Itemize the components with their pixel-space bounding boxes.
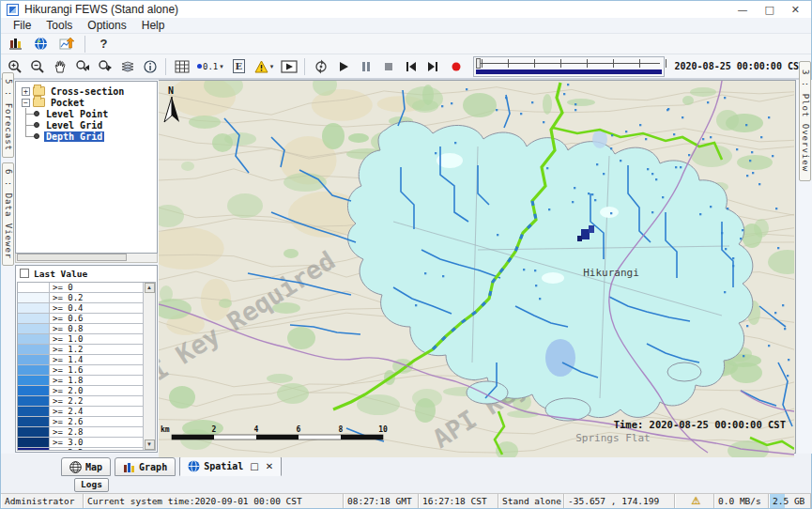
status-transfer-rate: 0.0 MB/s	[714, 494, 769, 508]
tab-graph[interactable]: Graph	[115, 457, 176, 476]
scroll-up-icon[interactable]: ▲	[145, 283, 155, 293]
legend-class-label: >= 1.8	[50, 376, 143, 385]
legend-rows: >= 0>= 0.2>= 0.4>= 0.6>= 0.8>= 1.0>= 1.2…	[18, 283, 143, 450]
logs-row: Logs	[1, 476, 811, 493]
globe-icon	[69, 461, 82, 473]
right-tab-strip: 3 : Plot Overview	[796, 80, 812, 454]
map-time-label: Time: 2020-08-25 00:00:00 CST	[614, 419, 786, 430]
main-toolbar: ?	[1, 34, 811, 54]
warning-threshold-dropdown[interactable]: ▾	[251, 56, 278, 76]
tree-horizontal-scrollbar[interactable]	[15, 254, 158, 263]
legend-row: >= 3.2	[18, 448, 143, 450]
legend-color-swatch	[18, 438, 50, 447]
close-button[interactable]: ✕	[791, 5, 800, 15]
step-forward-icon[interactable]	[422, 56, 444, 76]
timeseries-chart-icon[interactable]	[55, 34, 77, 54]
legend-color-swatch	[18, 365, 50, 375]
collapse-icon[interactable]: −	[22, 99, 30, 107]
legend-class-label: >= 1.6	[50, 365, 143, 375]
menu-bar: File Tools Options Help	[1, 18, 811, 34]
map-toolbar: 0.1 ▾ E ▾	[1, 54, 811, 80]
menu-tools[interactable]: Tools	[39, 18, 79, 33]
logs-button[interactable]: Logs	[74, 478, 109, 492]
status-warning-cell[interactable]: ⚠	[675, 494, 714, 508]
legend-row: >= 0	[18, 283, 143, 293]
stop-icon[interactable]	[377, 56, 399, 76]
left-tab-strip: 5 : Forecast 6 : Data Viewer	[1, 80, 14, 454]
tree-item-label[interactable]: Cross-section	[49, 86, 126, 97]
app-logo-icon	[7, 4, 19, 16]
time-slider[interactable]	[473, 56, 664, 77]
expand-icon[interactable]: +	[22, 87, 30, 96]
legend-color-swatch	[18, 355, 50, 364]
map-canvas[interactable]: API Key Required API Key Required	[159, 80, 796, 454]
legend-color-swatch	[18, 324, 50, 333]
tab-close-icon[interactable]: ✕	[266, 461, 273, 471]
movie-export-icon[interactable]	[278, 56, 299, 76]
pause-icon[interactable]	[355, 56, 376, 76]
menu-help[interactable]: Help	[135, 18, 172, 33]
tab-plot-overview[interactable]: 3 : Plot Overview	[799, 61, 811, 181]
time-slider-tick	[482, 59, 483, 68]
legend-row: >= 0.4	[18, 303, 143, 314]
globe-map-icon[interactable]	[30, 34, 52, 54]
tab-map[interactable]: Map	[61, 457, 111, 476]
minimize-button[interactable]: —	[737, 5, 747, 15]
layers-icon[interactable]	[116, 56, 138, 76]
legend-scrollbar[interactable]: ▲ ▼	[143, 283, 155, 450]
tab-spatial[interactable]: Spatial □ ✕	[179, 455, 282, 476]
record-icon[interactable]	[445, 56, 467, 76]
help-icon[interactable]: ?	[93, 34, 115, 54]
time-slider-tick	[508, 59, 509, 68]
legend-class-label: >= 2.8	[50, 427, 143, 437]
app-window: Hikurangi FEWS (Stand alone) — □ ✕ File …	[0, 0, 812, 509]
animation-loop-icon[interactable]	[310, 56, 331, 76]
tab-maximize-icon[interactable]: □	[250, 461, 258, 471]
time-slider-tick	[560, 59, 561, 68]
layer-bullet-icon	[34, 122, 39, 128]
tree-folder-row[interactable]: −Pocket	[16, 97, 157, 108]
menu-file[interactable]: File	[7, 18, 38, 33]
database-icon[interactable]	[5, 34, 26, 54]
legend-row: >= 2.2	[18, 396, 143, 407]
status-gmt-time: 08:27:18 GMT	[344, 494, 419, 508]
maximize-button[interactable]: □	[764, 5, 774, 15]
pan-hand-icon[interactable]	[49, 56, 70, 76]
tree-connector	[25, 131, 34, 137]
menu-options[interactable]: Options	[81, 18, 132, 33]
legend-class-label: >= 1.0	[50, 334, 143, 344]
title-bar: Hikurangi FEWS (Stand alone) — □ ✕	[1, 1, 811, 18]
svg-text:10: 10	[378, 425, 388, 434]
classification-dropdown[interactable]: 0.1 ▾	[193, 56, 227, 76]
tree-leaf-row[interactable]: Level Point	[16, 108, 157, 119]
window-title: Hikurangi FEWS (Stand alone)	[24, 3, 178, 16]
tree-item-label[interactable]: Level Point	[44, 109, 110, 119]
step-back-icon[interactable]	[400, 56, 421, 76]
tab-forecast[interactable]: 5 : Forecast	[2, 72, 14, 158]
classification-dot-icon	[197, 64, 202, 69]
legend-row: >= 1.4	[18, 355, 143, 365]
tree-item-label[interactable]: Depth Grid	[44, 131, 104, 142]
legend-class-label: >= 2.6	[50, 417, 143, 426]
labels-button[interactable]: E	[228, 56, 250, 76]
tree-leaf-row[interactable]: Depth Grid	[16, 131, 157, 142]
zoom-out-icon[interactable]	[26, 56, 48, 76]
grid-display-icon[interactable]	[171, 56, 192, 76]
legend-color-swatch	[18, 386, 50, 395]
svg-text:8: 8	[339, 425, 344, 434]
last-value-checkbox[interactable]	[20, 269, 29, 278]
info-icon[interactable]	[139, 56, 161, 76]
time-slider-handle[interactable]	[476, 58, 481, 69]
tree-item-label[interactable]: Level Grid	[44, 120, 104, 131]
scroll-down-icon[interactable]: ▼	[145, 440, 155, 450]
tree-leaf-row[interactable]: Level Grid	[16, 119, 157, 131]
zoom-previous-icon[interactable]	[71, 56, 93, 76]
tab-data-viewer[interactable]: 6 : Data Viewer	[2, 162, 14, 266]
zoom-next-icon[interactable]	[94, 56, 115, 76]
tree-item-label[interactable]: Pocket	[49, 98, 86, 108]
legend-color-swatch	[18, 407, 50, 416]
play-icon[interactable]	[332, 56, 354, 76]
legend-color-swatch	[18, 303, 50, 313]
time-slider-tick	[639, 59, 640, 68]
legend-class-label: >= 1.2	[50, 345, 143, 354]
